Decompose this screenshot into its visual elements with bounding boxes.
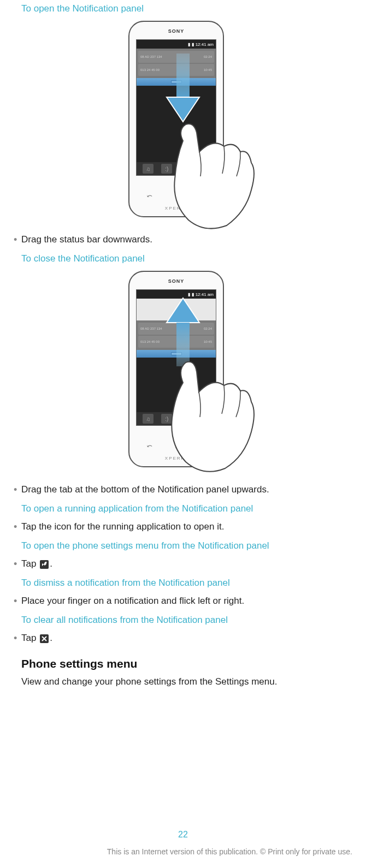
heading-close-panel: To close the Notification panel bbox=[21, 253, 352, 264]
bullet-text: Place your finger on a notification and … bbox=[21, 595, 244, 607]
notification-row: 08 AD 237 134 02:24 bbox=[138, 323, 214, 335]
heading-dismiss-notification: To dismiss a notification from the Notif… bbox=[21, 578, 352, 588]
music-icon: ♫ bbox=[143, 414, 154, 424]
bullet-icon: • bbox=[14, 234, 21, 246]
phone-status-bar: ▮ ▮ 12:41 am bbox=[137, 290, 216, 299]
phone-brand-label: SONY bbox=[129, 278, 223, 284]
bullet-icon: • bbox=[14, 484, 21, 496]
heading-open-panel: To open the Notification panel bbox=[21, 3, 352, 14]
back-icon: ⤺ bbox=[147, 192, 152, 200]
phone-status-bar: ▮ ▮ 12:41 am bbox=[137, 40, 216, 49]
bullet-item: • Tap the icon for the running applicati… bbox=[14, 521, 352, 533]
phone-dock: ♫ :) ▦ ✆ bbox=[137, 412, 216, 425]
signal-icon: ▮ bbox=[188, 42, 190, 47]
signal-icon: ▮ bbox=[188, 292, 190, 297]
phone-brand-label: SONY bbox=[129, 28, 223, 34]
footer-copyright: This is an Internet version of this publ… bbox=[107, 847, 352, 856]
back-icon: ⤺ bbox=[147, 442, 152, 450]
bullet-text: Tap . bbox=[21, 558, 52, 570]
phone-nav-buttons: ⤺ ⌂ ≡ bbox=[136, 442, 216, 450]
bullet-text: Tap . bbox=[21, 632, 52, 644]
bullet-item: • Drag the status bar downwards. bbox=[14, 234, 352, 246]
bullet-icon: • bbox=[14, 558, 21, 570]
notification-row: 08 AD 237 134 02:24 bbox=[138, 51, 214, 63]
bullet-text: Drag the status bar downwards. bbox=[21, 234, 152, 246]
home-icon: ⌂ bbox=[175, 192, 179, 200]
notification-row: 013 24 45 00 10:45 bbox=[138, 336, 214, 348]
bullet-icon: • bbox=[14, 632, 21, 644]
phone-icon: ✆ bbox=[199, 164, 210, 174]
menu-icon: ≡ bbox=[202, 442, 205, 450]
battery-icon: ▮ bbox=[192, 42, 194, 47]
drag-handle-icon bbox=[171, 352, 182, 355]
xperia-label: XPERIA bbox=[129, 206, 223, 211]
notification-panel: 08 AD 237 134 02:24 013 24 45 00 10:45 bbox=[137, 320, 216, 350]
apps-grid-icon: ▦ bbox=[180, 414, 191, 424]
smile-icon: :) bbox=[161, 414, 172, 424]
notification-row: 013 24 45 00 10:45 bbox=[138, 64, 214, 76]
heading-open-settings: To open the phone settings menu from the… bbox=[21, 540, 352, 551]
music-icon: ♫ bbox=[143, 164, 154, 174]
home-icon: ⌂ bbox=[175, 442, 179, 450]
menu-icon: ≡ bbox=[202, 192, 205, 200]
bullet-item: • Drag the tab at the bottom of the Noti… bbox=[14, 484, 352, 496]
close-box-icon bbox=[40, 634, 49, 643]
illustration-drag-up: SONY ▮ ▮ 12:41 am 08 AD 237 134 02:24 bbox=[14, 271, 352, 473]
bullet-icon: • bbox=[14, 595, 21, 607]
notification-panel: 08 AD 237 134 02:24 013 24 45 00 10:45 bbox=[137, 49, 216, 78]
phone-dock: ♫ :) ▦ ✆ bbox=[137, 162, 216, 175]
notification-drag-bar bbox=[137, 350, 216, 358]
status-time: 12:41 am bbox=[196, 42, 214, 47]
heading-open-running-app: To open a running application from the N… bbox=[21, 503, 352, 514]
battery-icon: ▮ bbox=[192, 292, 194, 297]
drag-handle-icon bbox=[171, 80, 182, 84]
status-time: 12:41 am bbox=[196, 292, 214, 297]
phone-icon: ✆ bbox=[199, 414, 210, 424]
page-number: 22 bbox=[0, 830, 366, 840]
bullet-item: • Tap . bbox=[14, 558, 352, 570]
bullet-item: • Tap . bbox=[14, 632, 352, 644]
illustration-drag-down: SONY ▮ ▮ 12:41 am 08 AD 237 134 02:24 bbox=[14, 21, 352, 223]
smile-icon: :) bbox=[161, 164, 172, 174]
notification-drag-bar bbox=[137, 78, 216, 86]
heading-clear-all: To clear all notifications from the Noti… bbox=[21, 615, 352, 626]
tools-icon bbox=[40, 560, 49, 569]
phone-nav-buttons: ⤺ ⌂ ≡ bbox=[136, 192, 216, 200]
bullet-text: Drag the tab at the bottom of the Notifi… bbox=[21, 484, 269, 496]
xperia-label: XPERIA bbox=[129, 456, 223, 461]
bullet-item: • Place your finger on a notification an… bbox=[14, 595, 352, 607]
bullet-text: Tap the icon for the running application… bbox=[21, 521, 224, 533]
apps-grid-icon: ▦ bbox=[180, 164, 191, 174]
heading-phone-settings-menu: Phone settings menu bbox=[21, 657, 352, 670]
settings-body-text: View and change your phone settings from… bbox=[21, 676, 352, 688]
bullet-icon: • bbox=[14, 521, 21, 533]
